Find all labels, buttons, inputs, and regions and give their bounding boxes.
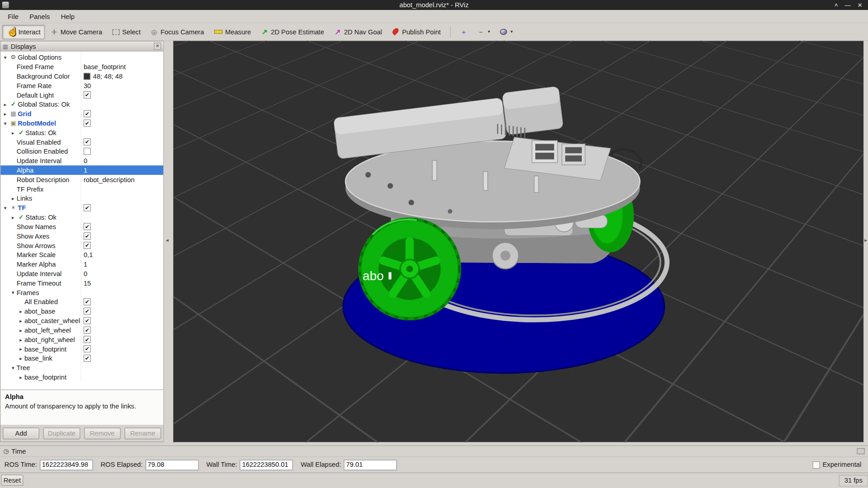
panel-close-icon[interactable]: ✕ xyxy=(154,42,161,50)
duplicate-button[interactable]: Duplicate xyxy=(43,427,80,439)
row-value[interactable]: base_footprint xyxy=(81,62,163,71)
tree-row-grid[interactable]: ▸▦Grid✔ xyxy=(0,109,163,118)
tree-row-fixed-frame[interactable]: Fixed Framebase_footprint xyxy=(0,62,163,71)
close-icon[interactable]: ✕ xyxy=(857,0,862,10)
tree-row-frame-rate[interactable]: Frame Rate30 xyxy=(0,81,163,90)
expander-closed-icon[interactable]: ▸ xyxy=(17,337,24,342)
tree-row-show-names[interactable]: Show Names✔ xyxy=(0,222,163,231)
checkbox-checked[interactable]: ✔ xyxy=(84,204,91,211)
expander-closed-icon[interactable]: ▸ xyxy=(9,130,17,135)
checkbox-checked[interactable]: ✔ xyxy=(84,232,91,239)
checkbox-checked[interactable]: ✔ xyxy=(84,110,91,117)
tree-row-alpha[interactable]: Alpha1 xyxy=(0,165,163,175)
tree-row-background-color[interactable]: Background Color48; 48; 48 xyxy=(0,71,163,81)
tree-row-abot-right-wheel[interactable]: ▸abot_right_wheel✔ xyxy=(0,335,163,344)
add-button[interactable]: Add xyxy=(3,427,39,439)
row-value[interactable]: ✔ xyxy=(81,297,163,307)
tree-row-robotmodel[interactable]: ▾▣RobotModel✔ xyxy=(0,118,163,128)
right-dock-strip[interactable]: ► xyxy=(863,41,868,442)
expander-open-icon[interactable]: ▾ xyxy=(2,55,9,60)
displays-panel-header[interactable]: ▥ Displays ✕ xyxy=(0,42,163,52)
row-value[interactable] xyxy=(81,184,163,194)
row-value[interactable]: ✔ xyxy=(81,90,163,100)
tree-row-links[interactable]: ▸Links xyxy=(0,194,163,203)
pose-estimate-tool-button[interactable]: ↗2D Pose Estimate xyxy=(256,24,328,39)
row-value[interactable]: 48; 48; 48 xyxy=(81,71,163,81)
expander-closed-icon[interactable]: ▸ xyxy=(17,318,24,323)
tree-row-global-options[interactable]: ▾⚙Global Options xyxy=(0,52,163,62)
tree-row-tf[interactable]: ▾✶TF✔ xyxy=(0,203,163,212)
expander-open-icon[interactable]: ▾ xyxy=(2,205,9,211)
tree-row-abot-caster-wheel[interactable]: ▸abot_caster_wheel✔ xyxy=(0,316,163,325)
wall-elapsed-input[interactable] xyxy=(344,460,397,470)
expander-open-icon[interactable]: ▾ xyxy=(2,120,9,126)
experimental-checkbox-unchecked[interactable] xyxy=(813,461,820,469)
rename-button[interactable]: Rename xyxy=(124,427,161,439)
splitter-collapse-right-icon[interactable]: ► xyxy=(863,238,868,243)
row-value[interactable]: ✔ xyxy=(81,222,163,231)
expander-closed-icon[interactable]: ▸ xyxy=(17,309,24,314)
row-value[interactable]: robot_description xyxy=(81,175,163,184)
row-value[interactable] xyxy=(81,146,163,156)
dock-splitter[interactable]: ◄ xyxy=(164,41,173,442)
camera-type-tool-button[interactable]: ▾ xyxy=(495,24,517,39)
checkbox-checked[interactable]: ✔ xyxy=(84,355,91,362)
tree-row-base-link[interactable]: ▸base_link✔ xyxy=(0,353,163,363)
expander-closed-icon[interactable]: ▸ xyxy=(9,214,17,220)
row-value[interactable]: 1 xyxy=(81,259,163,269)
measure-tool-button[interactable]: Measure xyxy=(210,24,255,39)
checkbox-checked[interactable]: ✔ xyxy=(84,317,91,324)
row-value[interactable]: ✔ xyxy=(81,203,163,212)
tree-row-all-enabled[interactable]: All Enabled✔ xyxy=(0,297,163,307)
expander-open-icon[interactable]: ▾ xyxy=(9,365,17,371)
row-value[interactable]: 0 xyxy=(81,269,163,278)
tree-row-tree[interactable]: ▾Tree xyxy=(0,363,163,372)
tree-row-update-interval[interactable]: Update Interval0 xyxy=(0,156,163,165)
tree-row-marker-alpha[interactable]: Marker Alpha1 xyxy=(0,259,163,269)
tree-row-status-ok[interactable]: ▸✓Status: Ok xyxy=(0,128,163,137)
tree-row-global-status-ok[interactable]: ▸✓Global Status: Ok xyxy=(0,99,163,109)
publish-point-tool-button[interactable]: Publish Point xyxy=(387,24,445,39)
ros-time-input[interactable] xyxy=(40,460,93,470)
tree-row-abot-base[interactable]: ▸abot_base✔ xyxy=(0,306,163,316)
render-viewport[interactable]: abo xyxy=(173,41,863,442)
menu-help[interactable]: Help xyxy=(57,11,79,22)
row-value[interactable]: ✔ xyxy=(81,109,163,118)
row-value[interactable]: ✔ xyxy=(81,137,163,147)
wall-time-input[interactable] xyxy=(240,460,293,470)
tree-row-marker-scale[interactable]: Marker Scale0,1 xyxy=(0,250,163,259)
tree-row-update-interval[interactable]: Update Interval0 xyxy=(0,269,163,278)
shade-icon[interactable]: ˄ xyxy=(835,0,838,10)
expander-closed-icon[interactable]: ▸ xyxy=(2,102,9,107)
row-value[interactable]: ✔ xyxy=(81,241,163,250)
row-value[interactable]: 0,1 xyxy=(81,250,163,259)
focus-camera-tool-button[interactable]: ◎Focus Camera xyxy=(146,24,208,39)
row-value[interactable]: ✔ xyxy=(81,231,163,241)
tree-row-frame-timeout[interactable]: Frame Timeout15 xyxy=(0,278,163,288)
checkbox-checked[interactable]: ✔ xyxy=(84,138,91,145)
select-tool-button[interactable]: Select xyxy=(108,24,145,39)
add-tool-tool-button[interactable]: + xyxy=(456,24,472,39)
checkbox-checked[interactable]: ✔ xyxy=(84,223,91,230)
remove-button[interactable]: Remove xyxy=(84,427,121,439)
expander-closed-icon[interactable]: ▸ xyxy=(2,111,9,117)
row-value[interactable]: ✔ xyxy=(81,344,163,354)
expander-closed-icon[interactable]: ▸ xyxy=(9,196,17,201)
row-value[interactable]: ✔ xyxy=(81,353,163,363)
tree-row-abot-left-wheel[interactable]: ▸abot_left_wheel✔ xyxy=(0,325,163,335)
tree-row-status-ok[interactable]: ▸✓Status: Ok xyxy=(0,212,163,222)
menu-panels[interactable]: Panels xyxy=(25,11,55,22)
row-value[interactable]: ✔ xyxy=(81,118,163,128)
tree-row-robot-description[interactable]: Robot Descriptionrobot_description xyxy=(0,175,163,184)
row-value[interactable]: 30 xyxy=(81,81,163,90)
expander-closed-icon[interactable]: ▸ xyxy=(17,346,24,352)
checkbox-checked[interactable]: ✔ xyxy=(84,298,91,305)
tree-row-frames[interactable]: ▾Frames xyxy=(0,288,163,297)
expander-closed-icon[interactable]: ▸ xyxy=(17,356,24,361)
row-value[interactable]: ✔ xyxy=(81,316,163,325)
row-value[interactable]: ✔ xyxy=(81,325,163,335)
tree-row-base-footprint[interactable]: ▸base_footprint✔ xyxy=(0,344,163,354)
tree-row-base-footprint[interactable]: ▸base_footprint xyxy=(0,372,163,382)
remove-tool-tool-button[interactable]: −▾ xyxy=(473,24,495,39)
row-value[interactable]: 15 xyxy=(81,278,163,288)
